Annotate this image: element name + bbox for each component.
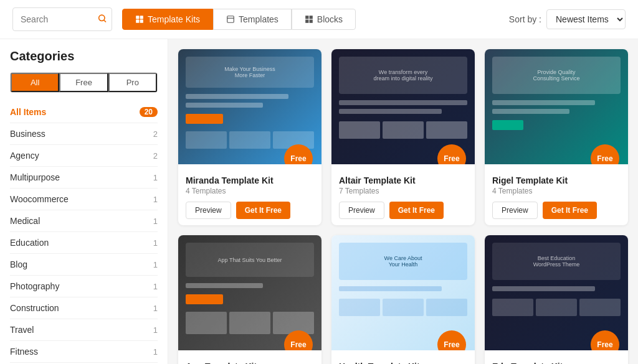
category-item-education[interactable]: Education 1: [10, 232, 158, 254]
svg-rect-8: [305, 16, 308, 19]
thumb-hero: We transform everydream into digital rea…: [339, 57, 467, 94]
category-item-blog[interactable]: Blog 1: [10, 254, 158, 276]
card-miranda: Make Your BusinessMore Faster Free: [178, 49, 321, 225]
category-count: 1: [153, 238, 158, 248]
card-edu: Best EducationWordPress Theme Free: [485, 235, 628, 364]
search-wrapper: [12, 7, 112, 31]
preview-button[interactable]: Preview: [186, 202, 231, 219]
card-body: Rigel Template Kit 4 Templates Preview G…: [485, 164, 628, 225]
category-count: 1: [153, 282, 158, 291]
card-thumbnail: We transform everydream into digital rea…: [331, 49, 475, 164]
category-label: Blog: [10, 259, 27, 269]
thumb-cell: [229, 131, 270, 149]
thumb-hero: We Care AboutYour Health: [339, 243, 467, 280]
card-thumbnail: Provide QualityConsulting Service Free: [485, 49, 628, 164]
sort-wrapper: Sort by : Newest Items Oldest Items Popu…: [509, 9, 626, 29]
category-item-agency[interactable]: Agency 2: [10, 145, 158, 167]
thumb-cell: [339, 121, 380, 139]
category-item-business[interactable]: Business 2: [10, 123, 158, 145]
category-item-photography[interactable]: Photography 1: [10, 276, 158, 297]
thumb-cell: [229, 312, 270, 334]
card-actions: Preview Get It Free: [339, 202, 467, 219]
category-count: 1: [153, 217, 158, 226]
card-title: App Template Kit: [186, 362, 314, 364]
card-subtitle: 7 Templates: [339, 187, 467, 195]
category-item-fitness[interactable]: Fitness 1: [10, 341, 158, 363]
filter-tab-free[interactable]: Free: [59, 73, 108, 92]
content-area: Make Your BusinessMore Faster Free: [168, 39, 638, 364]
card-title: Miranda Template Kit: [186, 175, 314, 185]
thumb-btn: [492, 120, 523, 130]
thumb-cell: [383, 299, 424, 316]
svg-rect-3: [140, 16, 143, 19]
filter-tabs: All Free Pro: [10, 72, 158, 93]
thumb-hero: App That Suits You Better: [186, 243, 314, 277]
category-label: Construction: [10, 303, 59, 313]
tab-templates[interactable]: Templates: [213, 9, 292, 30]
preview-button[interactable]: Preview: [339, 202, 384, 219]
card-thumbnail: Make Your BusinessMore Faster Free: [178, 49, 321, 164]
category-label: Agency: [10, 151, 39, 161]
thumb-hero-text: Best EducationWordPress Theme: [533, 255, 580, 268]
category-label: Education: [10, 238, 49, 248]
category-item-construction[interactable]: Construction 1: [10, 297, 158, 319]
thumb-hero-text: Make Your BusinessMore Faster: [224, 66, 275, 78]
thumb-cell: [383, 121, 424, 139]
thumb-hero: Make Your BusinessMore Faster: [186, 57, 314, 88]
card-altair: We transform everydream into digital rea…: [331, 49, 475, 225]
thumb-line: [492, 286, 595, 291]
card-thumbnail: Best EducationWordPress Theme Free: [485, 235, 628, 350]
category-item-all-items[interactable]: All Items 20: [10, 101, 158, 123]
thumb-hero: Provide QualityConsulting Service: [492, 57, 621, 94]
card-subtitle: 4 Templates: [492, 187, 621, 195]
card-actions: Preview Get It Free: [186, 202, 314, 219]
category-item-multipurpose[interactable]: Multipurpose 1: [10, 167, 158, 189]
card-actions: Preview Get It Free: [492, 202, 621, 219]
thumb-line: [339, 100, 467, 105]
thumb-cell: [339, 299, 380, 316]
preview-button[interactable]: Preview: [492, 202, 538, 219]
thumb-btn: [186, 114, 223, 124]
app-container: Template Kits Templates Blocks Sort by :…: [0, 0, 638, 364]
category-label: All Items: [10, 107, 46, 117]
main-layout: Categories All Free Pro All Items 20 Bus…: [0, 39, 638, 364]
category-item-travel[interactable]: Travel 1: [10, 319, 158, 341]
category-count: 1: [153, 304, 158, 313]
thumb-line: [186, 283, 263, 288]
category-count: 1: [153, 260, 158, 269]
tab-template-kits[interactable]: Template Kits: [122, 9, 213, 30]
card-thumbnail: App That Suits You Better Free: [178, 235, 321, 350]
thumb-cell: [426, 299, 467, 316]
thumb-line: [339, 286, 442, 291]
search-icon-button[interactable]: [97, 14, 107, 26]
sort-select[interactable]: Newest Items Oldest Items Popular: [546, 9, 626, 29]
filter-tab-all[interactable]: All: [11, 73, 59, 92]
get-button[interactable]: Get It Free: [389, 202, 444, 219]
category-item-woocommerce[interactable]: Woocommerce 1: [10, 189, 158, 210]
thumb-line: [186, 103, 263, 108]
category-label: Fitness: [10, 347, 38, 357]
filter-tab-pro[interactable]: Pro: [108, 73, 157, 92]
card-subtitle: 4 Templates: [186, 187, 314, 195]
card-body: Edu Template Kit 2 Templates Preview Get…: [485, 350, 628, 364]
thumb-cell: [426, 121, 467, 139]
thumb-line: [186, 94, 288, 99]
sidebar-title: Categories: [10, 49, 158, 63]
tab-blocks[interactable]: Blocks: [292, 9, 356, 30]
card-rigel: Provide QualityConsulting Service Free R…: [485, 49, 628, 225]
svg-rect-4: [136, 20, 139, 23]
category-badge: 20: [140, 107, 158, 117]
get-button[interactable]: Get It Free: [543, 202, 597, 219]
category-item-medical[interactable]: Medical 1: [10, 210, 158, 232]
thumb-cell: [492, 299, 533, 316]
category-count: 1: [153, 173, 158, 182]
thumb-cell: [186, 312, 227, 334]
sidebar: Categories All Free Pro All Items 20 Bus…: [0, 39, 168, 364]
card-app: App That Suits You Better Free: [178, 235, 321, 364]
card-body: Miranda Template Kit 4 Templates Preview…: [178, 164, 321, 225]
svg-rect-5: [140, 20, 143, 23]
thumb-hero-text: We transform everydream into digital rea…: [373, 69, 432, 82]
category-count: 1: [153, 325, 158, 335]
get-button[interactable]: Get It Free: [236, 202, 290, 219]
svg-rect-6: [227, 16, 234, 23]
